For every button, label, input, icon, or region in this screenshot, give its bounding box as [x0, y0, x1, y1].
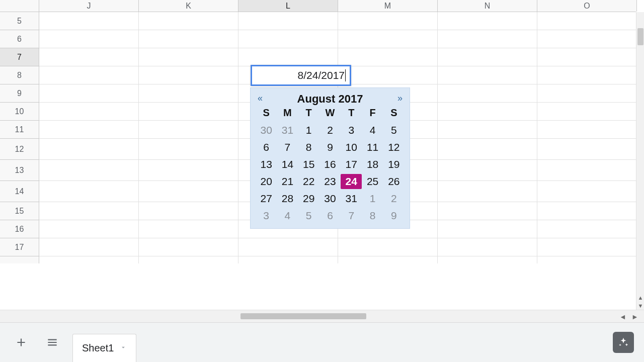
cell-partial[interactable] — [39, 256, 139, 263]
cell-K10[interactable] — [139, 103, 238, 121]
cell-O6[interactable] — [537, 30, 637, 48]
cell-partial[interactable] — [238, 256, 338, 263]
cell-K12[interactable] — [139, 139, 238, 160]
row-header-13[interactable]: 13 — [0, 160, 39, 181]
calendar-day[interactable]: 2 — [319, 123, 341, 138]
cell-J12[interactable] — [39, 139, 139, 160]
scroll-left-button[interactable]: ◄ — [617, 310, 629, 323]
calendar-day[interactable]: 1 — [362, 191, 383, 206]
calendar-day[interactable]: 10 — [341, 140, 362, 155]
horizontal-scrollbar[interactable]: ◄ ► — [0, 310, 644, 323]
calendar-day[interactable]: 17 — [341, 157, 362, 172]
cell-O11[interactable] — [537, 121, 637, 139]
column-header-J[interactable]: J — [39, 0, 139, 12]
cell-N7[interactable] — [438, 48, 537, 66]
row-header-partial[interactable] — [0, 256, 39, 263]
calendar-day[interactable]: 20 — [256, 174, 277, 189]
cell-N9[interactable] — [438, 84, 537, 103]
cell-M17[interactable] — [338, 238, 438, 256]
cell-O15[interactable] — [537, 202, 637, 220]
calendar-day[interactable]: 16 — [319, 157, 341, 172]
cell-J16[interactable] — [39, 220, 139, 238]
date-picker-title[interactable]: August 2017 — [297, 93, 363, 106]
row-header-6[interactable]: 6 — [0, 30, 39, 48]
cell-O9[interactable] — [537, 84, 637, 103]
cell-partial[interactable] — [438, 256, 537, 263]
cell-J5[interactable] — [39, 12, 139, 30]
scroll-right-button[interactable]: ► — [629, 310, 641, 323]
cell-M8[interactable] — [338, 66, 438, 84]
cell-K14[interactable] — [139, 181, 238, 202]
cell-N14[interactable] — [438, 181, 537, 202]
calendar-day[interactable]: 8 — [298, 140, 319, 155]
add-sheet-button[interactable] — [10, 331, 32, 353]
row-header-16[interactable]: 16 — [0, 220, 39, 238]
calendar-day[interactable]: 15 — [298, 157, 319, 172]
calendar-day[interactable]: 14 — [277, 157, 298, 172]
prev-month-button[interactable]: « — [258, 93, 263, 104]
cell-M7[interactable] — [338, 48, 438, 66]
cell-J7[interactable] — [39, 48, 139, 66]
cell-N6[interactable] — [438, 30, 537, 48]
row-header-8[interactable]: 8 — [0, 66, 39, 84]
calendar-day[interactable]: 25 — [362, 174, 383, 189]
cell-N10[interactable] — [438, 103, 537, 121]
cell-M5[interactable] — [338, 12, 438, 30]
cell-N16[interactable] — [438, 220, 537, 238]
cell-O16[interactable] — [537, 220, 637, 238]
cell-partial[interactable] — [537, 256, 637, 263]
scroll-down-button[interactable]: ▼ — [636, 302, 644, 310]
cell-partial[interactable] — [139, 256, 238, 263]
cell-L17[interactable] — [238, 238, 338, 256]
calendar-day[interactable]: 26 — [383, 174, 405, 189]
cell-J10[interactable] — [39, 103, 139, 121]
cell-J9[interactable] — [39, 84, 139, 103]
calendar-day[interactable]: 31 — [341, 191, 362, 206]
vertical-scrollbar-thumb[interactable] — [637, 28, 643, 45]
sheet-tab[interactable]: Sheet1 — [72, 334, 136, 362]
calendar-day[interactable]: 4 — [277, 208, 298, 223]
calendar-day[interactable]: 28 — [277, 191, 298, 206]
vertical-scrollbar[interactable]: ▲ ▼ — [636, 12, 644, 310]
cell-J6[interactable] — [39, 30, 139, 48]
sheet-tab-menu-button[interactable] — [120, 344, 127, 352]
column-header-N[interactable]: N — [438, 0, 537, 12]
calendar-day[interactable]: 12 — [383, 140, 405, 155]
calendar-day[interactable]: 29 — [298, 191, 319, 206]
calendar-day[interactable]: 2 — [383, 191, 405, 206]
row-header-9[interactable]: 9 — [0, 84, 39, 103]
cell-J11[interactable] — [39, 121, 139, 139]
calendar-day[interactable]: 5 — [383, 123, 405, 138]
calendar-day[interactable]: 3 — [256, 208, 277, 223]
cell-N12[interactable] — [438, 139, 537, 160]
row-header-12[interactable]: 12 — [0, 139, 39, 160]
cell-O8[interactable] — [537, 66, 637, 84]
cell-K5[interactable] — [139, 12, 238, 30]
calendar-day[interactable]: 9 — [383, 208, 405, 223]
cell-K13[interactable] — [139, 160, 238, 181]
scroll-up-button[interactable]: ▲ — [636, 294, 644, 302]
row-header-17[interactable]: 17 — [0, 238, 39, 256]
cell-J15[interactable] — [39, 202, 139, 220]
column-header-L[interactable]: L — [238, 0, 338, 12]
cell-L7[interactable] — [238, 48, 338, 66]
row-header-15[interactable]: 15 — [0, 202, 39, 220]
horizontal-scrollbar-track[interactable] — [39, 312, 614, 320]
next-month-button[interactable]: » — [397, 93, 403, 104]
cell-N15[interactable] — [438, 202, 537, 220]
column-header-O[interactable]: O — [537, 0, 637, 12]
calendar-day[interactable]: 21 — [277, 174, 298, 189]
cell-K7[interactable] — [139, 48, 238, 66]
cell-K8[interactable] — [139, 66, 238, 84]
cell-J14[interactable] — [39, 181, 139, 202]
cell-O13[interactable] — [537, 160, 637, 181]
cell-K15[interactable] — [139, 202, 238, 220]
calendar-day[interactable]: 19 — [383, 157, 405, 172]
cell-N8[interactable] — [438, 66, 537, 84]
cell-K17[interactable] — [139, 238, 238, 256]
calendar-day[interactable]: 3 — [341, 123, 362, 138]
calendar-day[interactable]: 5 — [298, 208, 319, 223]
row-header-10[interactable]: 10 — [0, 103, 39, 121]
calendar-day[interactable]: 6 — [319, 208, 341, 223]
calendar-day[interactable]: 4 — [362, 123, 383, 138]
